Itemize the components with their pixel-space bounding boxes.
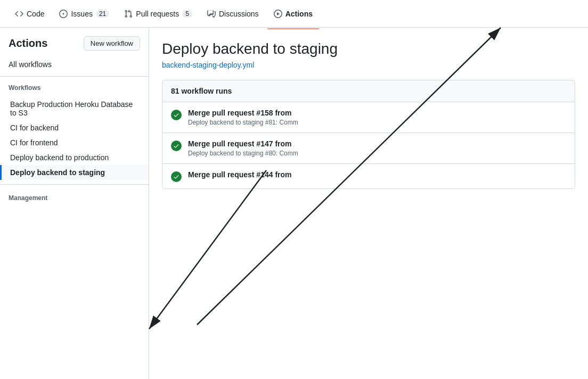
workflow-item-backup[interactable]: Backup Production Heroku Database to S3 xyxy=(0,97,149,120)
nav-code[interactable]: Code xyxy=(9,5,51,22)
run-info-3: Merge pull request #144 from xyxy=(188,170,566,180)
nav-pull-requests[interactable]: Pull requests 5 xyxy=(118,5,199,22)
nav-discussions-label: Discussions xyxy=(219,10,259,18)
run-item-2[interactable]: Merge pull request #147 from Deploy back… xyxy=(162,133,575,164)
run-status-success-2 xyxy=(171,141,182,151)
pr-badge: 5 xyxy=(182,10,192,18)
nav-discussions[interactable]: Discussions xyxy=(201,5,265,22)
run-status-success-3 xyxy=(171,171,182,182)
nav-pr-label: Pull requests xyxy=(136,10,179,18)
management-section-title: Management xyxy=(0,191,149,205)
run-status-success-1 xyxy=(171,110,182,120)
workflow-file-link[interactable]: backend-staging-deploy.yml xyxy=(162,61,254,69)
sidebar-divider-2 xyxy=(0,184,149,185)
runs-header: 81 workflow runs xyxy=(162,80,575,102)
sidebar-title: Actions xyxy=(9,37,47,50)
run-subtitle-1: Deploy backend to staging #81: Comm xyxy=(188,119,566,126)
run-item-1[interactable]: Merge pull request #158 from Deploy back… xyxy=(162,102,575,133)
top-nav: Code Issues 21 Pull requests 5 Discussio… xyxy=(0,0,588,28)
pr-icon xyxy=(124,10,133,18)
run-info-1: Merge pull request #158 from Deploy back… xyxy=(188,109,566,126)
sidebar-divider xyxy=(0,76,149,77)
issues-icon xyxy=(59,10,68,18)
workflow-item-deploy-production[interactable]: Deploy backend to production xyxy=(0,150,149,165)
runs-section: 81 workflow runs Merge pull request #158… xyxy=(162,80,575,189)
code-icon xyxy=(15,10,23,18)
nav-actions-label: Actions xyxy=(285,10,313,18)
sidebar-header: Actions New workflow xyxy=(0,36,149,57)
nav-issues[interactable]: Issues 21 xyxy=(53,5,116,22)
run-info-2: Merge pull request #147 from Deploy back… xyxy=(188,139,566,157)
workflow-title: Deploy backend to staging xyxy=(162,40,575,57)
run-subtitle-2: Deploy backend to staging #80: Comm xyxy=(188,150,566,157)
sidebar: Actions New workflow All workflows Workf… xyxy=(0,28,149,379)
nav-code-label: Code xyxy=(27,10,44,18)
discussions-icon xyxy=(207,10,216,18)
run-title-3: Merge pull request #144 from xyxy=(188,170,566,179)
run-title-2: Merge pull request #147 from xyxy=(188,139,566,148)
workflow-item-ci-backend[interactable]: CI for backend xyxy=(0,120,149,135)
issues-badge: 21 xyxy=(96,10,109,18)
workflow-item-ci-frontend[interactable]: CI for frontend xyxy=(0,135,149,150)
workflow-item-deploy-staging[interactable]: Deploy backend to staging xyxy=(0,165,149,180)
run-title-1: Merge pull request #158 from xyxy=(188,109,566,117)
nav-actions[interactable]: Actions xyxy=(267,5,319,22)
main-content: Deploy backend to staging backend-stagin… xyxy=(149,28,588,379)
actions-icon xyxy=(274,10,282,18)
main-layout: Actions New workflow All workflows Workf… xyxy=(0,28,588,379)
workflows-section-title: Workflows xyxy=(0,81,149,95)
run-item-3[interactable]: Merge pull request #144 from xyxy=(162,164,575,188)
new-workflow-button[interactable]: New workflow xyxy=(84,36,140,51)
nav-issues-label: Issues xyxy=(71,10,92,18)
all-workflows-link[interactable]: All workflows xyxy=(0,57,149,72)
